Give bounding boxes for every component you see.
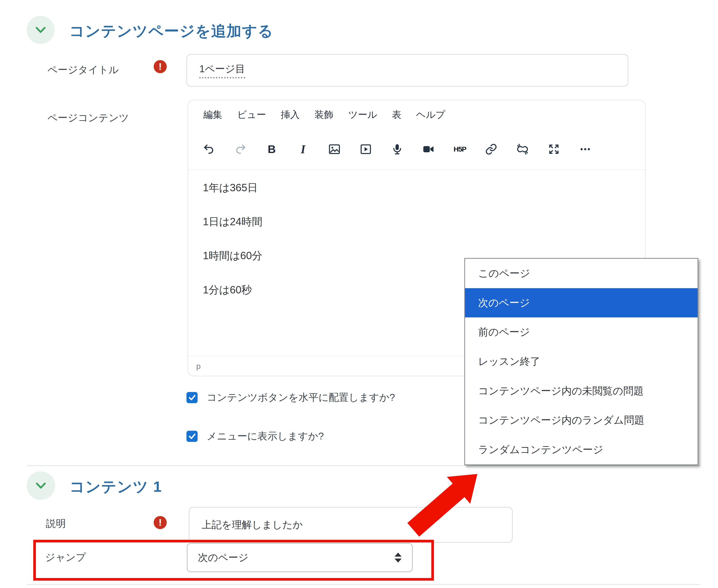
link-button[interactable] xyxy=(485,143,498,156)
undo-button[interactable] xyxy=(202,143,216,156)
dropdown-option-this-page[interactable]: このページ xyxy=(465,259,698,288)
checkbox-row: メニューに表示しますか? xyxy=(187,429,324,443)
h5p-button[interactable]: H5P xyxy=(453,143,466,156)
link-icon xyxy=(485,143,498,155)
checkbox-row: コンテンツボタンを水平に配置しますか? xyxy=(187,391,395,404)
section-divider xyxy=(27,584,701,585)
unlink-icon xyxy=(516,143,529,155)
dropdown-option-next-page[interactable]: 次のページ xyxy=(465,288,698,318)
dropdown-option-end-of-lesson[interactable]: レッスン終了 xyxy=(465,347,698,376)
menu-help[interactable]: ヘルプ xyxy=(416,108,445,121)
red-annotation-arrow xyxy=(404,470,487,542)
redo-icon xyxy=(234,143,247,155)
page-title-input[interactable]: 1ページ目 xyxy=(187,54,628,86)
insert-image-button[interactable] xyxy=(328,143,341,156)
menu-table[interactable]: 表 xyxy=(392,108,401,121)
redo-button[interactable] xyxy=(234,143,247,156)
record-video-button[interactable] xyxy=(422,143,435,156)
video-camera-icon xyxy=(422,143,435,155)
chevron-down-icon xyxy=(35,480,47,491)
unlink-button[interactable] xyxy=(516,143,529,156)
section-title-add-content-page: コンテンツページを追加する xyxy=(69,21,274,41)
image-icon xyxy=(328,143,341,155)
h5p-icon: H5P xyxy=(453,145,466,153)
jump-select[interactable]: 次のページ xyxy=(187,543,413,572)
menu-format[interactable]: 装飾 xyxy=(315,108,334,121)
menu-view[interactable]: ビュー xyxy=(237,108,266,121)
exclamation-glyph: ! xyxy=(159,517,162,528)
dropdown-option-random-question[interactable]: コンテンツページ内のランダム問題 xyxy=(465,406,698,435)
display-in-menu-label: メニューに表示しますか? xyxy=(207,429,324,443)
bold-icon: B xyxy=(268,143,276,155)
page-title-value: 1ページ目 xyxy=(199,62,245,78)
element-path[interactable]: p xyxy=(196,362,201,371)
italic-icon: I xyxy=(301,142,305,156)
editor-paragraph: 1日は24時間 xyxy=(203,216,636,227)
section-collapse-button[interactable] xyxy=(27,471,55,500)
menu-insert[interactable]: 挿入 xyxy=(281,108,300,121)
undo-icon xyxy=(203,143,215,155)
record-audio-button[interactable] xyxy=(390,143,404,156)
triangle-down-icon xyxy=(395,559,402,563)
dropdown-option-unseen-question[interactable]: コンテンツページ内の未閲覧の問題 xyxy=(465,376,698,406)
editor-paragraph: 1年は365日 xyxy=(203,182,636,193)
checkmark-icon xyxy=(188,432,196,440)
editor-menubar: 編集 ビュー 挿入 装飾 ツール 表 ヘルプ xyxy=(188,100,645,129)
description-value: 上記を理解しましたか xyxy=(202,518,303,531)
page-contents-label: ページコンテンツ xyxy=(47,111,129,125)
dropdown-option-random-content-page[interactable]: ランダムコンテンツページ xyxy=(465,435,698,464)
select-arrows-icon xyxy=(395,552,402,563)
menu-edit[interactable]: 編集 xyxy=(203,108,222,121)
checkmark-icon xyxy=(188,393,196,402)
chevron-down-icon xyxy=(34,24,47,36)
fullscreen-icon xyxy=(548,143,560,155)
video-icon xyxy=(360,143,372,155)
section-title-content-1: コンテンツ 1 xyxy=(69,477,162,497)
page-title-label: ページタイトル xyxy=(47,63,119,77)
required-icon: ! xyxy=(154,60,167,73)
display-in-menu-checkbox[interactable] xyxy=(187,431,197,442)
section-collapse-button[interactable] xyxy=(27,16,55,44)
menu-tools[interactable]: ツール xyxy=(348,108,377,121)
description-label: 説明 xyxy=(46,517,66,530)
jump-select-value: 次のページ xyxy=(198,551,249,564)
required-icon: ! xyxy=(154,516,167,529)
horizontal-buttons-label: コンテンツボタンを水平に配置しますか? xyxy=(207,391,395,404)
more-icon xyxy=(579,143,591,155)
more-toolbar-button[interactable] xyxy=(578,143,592,156)
jump-options-dropdown: このページ 次のページ 前のページ レッスン終了 コンテンツページ内の未閲覧の問… xyxy=(464,258,698,465)
lesson-edit-page: コンテンツページを追加する ページタイトル ! 1ページ目 ページコンテンツ 編… xyxy=(0,0,718,588)
horizontal-buttons-checkbox[interactable] xyxy=(187,392,197,403)
section-divider xyxy=(27,465,701,466)
exclamation-glyph: ! xyxy=(159,61,162,72)
microphone-icon xyxy=(391,143,403,155)
insert-media-button[interactable] xyxy=(359,143,373,156)
dropdown-option-previous-page[interactable]: 前のページ xyxy=(465,317,698,347)
bold-button[interactable]: B xyxy=(265,143,278,156)
editor-toolbar: B I xyxy=(188,129,645,170)
fullscreen-button[interactable] xyxy=(547,143,561,156)
italic-button[interactable]: I xyxy=(296,143,310,156)
triangle-up-icon xyxy=(395,552,402,556)
